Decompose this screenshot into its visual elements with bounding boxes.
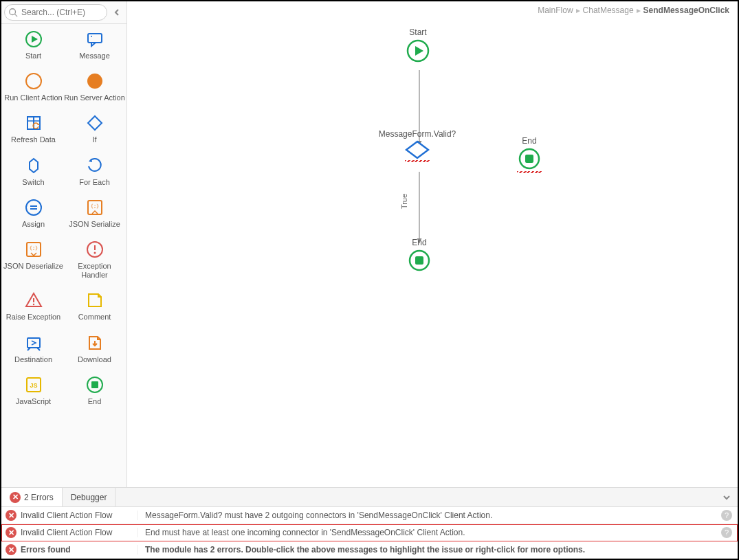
javascript-icon: JS <box>24 375 43 394</box>
error-title: Errors found <box>21 545 137 555</box>
comment-icon <box>85 291 104 310</box>
help-icon[interactable]: ? <box>721 510 732 521</box>
end-node-true[interactable]: End <box>408 238 431 272</box>
flow-canvas[interactable]: MainFlow ▸ ChatMessage ▸ SendMessageOnCl… <box>127 1 738 487</box>
download-icon <box>85 333 104 352</box>
collapse-sidebar-button[interactable] <box>110 5 124 19</box>
tool-assign[interactable]: Assign <box>3 198 64 229</box>
tool-download[interactable]: Download <box>64 333 125 364</box>
search-input[interactable] <box>4 4 107 21</box>
tool-palette: StartMessageRun Client ActionRun Server … <box>1 24 126 487</box>
if-icon <box>405 140 430 159</box>
error-icon: ✕ <box>5 544 16 555</box>
error-message: MessageForm.Valid? must have 2 outgoing … <box>137 511 716 520</box>
raise-exc-icon <box>24 291 43 310</box>
tab-errors[interactable]: ✕ 2 Errors <box>1 488 63 506</box>
start-icon <box>24 30 43 49</box>
svg-text:{;}: {;} <box>29 245 38 251</box>
switch-icon <box>24 156 43 175</box>
run-client-icon <box>24 71 43 91</box>
tool-label: Run Client Action <box>4 93 62 102</box>
json-deser-icon: {;} <box>24 240 43 259</box>
tool-label: Run Server Action <box>64 93 125 102</box>
start-node[interactable]: Start <box>406 27 430 63</box>
tab-label: Debugger <box>71 493 107 502</box>
search-row <box>1 1 126 24</box>
error-message: The module has 2 errors. Double-click th… <box>137 545 738 555</box>
svg-point-10 <box>26 200 41 215</box>
tool-label: Start <box>25 52 41 60</box>
svg-text:JS: JS <box>30 382 37 389</box>
svg-rect-26 <box>91 381 98 388</box>
node-label: Start <box>406 27 430 37</box>
tool-raise-exc[interactable]: Raise Exception <box>3 291 64 322</box>
tool-comment[interactable]: Comment <box>64 291 125 322</box>
error-row[interactable]: ✕Invalid Client Action FlowMessageForm.V… <box>1 507 738 524</box>
search-icon <box>8 8 18 17</box>
node-label: End <box>518 136 541 146</box>
tool-label: Comment <box>78 313 111 322</box>
toolbox-sidebar: StartMessageRun Client ActionRun Server … <box>1 1 127 487</box>
node-label: MessageForm.Valid? <box>376 129 459 139</box>
svg-rect-22 <box>27 338 40 348</box>
tool-label: Destination <box>14 355 52 364</box>
tool-run-client[interactable]: Run Client Action <box>3 71 64 102</box>
tool-end[interactable]: End <box>64 375 125 406</box>
assign-icon <box>24 198 43 217</box>
svg-rect-3 <box>88 34 102 43</box>
svg-rect-33 <box>525 155 533 163</box>
edge-label-true: True <box>400 194 408 209</box>
exc-handler-icon <box>85 240 104 259</box>
svg-rect-31 <box>415 256 423 265</box>
tool-label: For Each <box>79 178 110 187</box>
error-list: ✕Invalid Client Action FlowMessageForm.V… <box>1 506 738 559</box>
tool-message[interactable]: Message <box>64 30 125 60</box>
if-icon <box>85 113 104 133</box>
tool-start[interactable]: Start <box>3 30 64 60</box>
svg-point-5 <box>26 74 41 89</box>
tab-debugger[interactable]: Debugger <box>63 488 116 506</box>
destination-icon <box>24 333 43 352</box>
tool-label: JSON Serialize <box>69 220 120 229</box>
error-title: Invalid Client Action Flow <box>21 511 137 520</box>
if-node[interactable]: MessageForm.Valid? <box>376 129 459 159</box>
tool-javascript[interactable]: JSJavaScript <box>3 375 64 406</box>
error-row[interactable]: ✕Invalid Client Action FlowEnd must have… <box>1 524 738 541</box>
error-message: End must have at least one incoming conn… <box>137 528 716 537</box>
svg-text:{;}: {;} <box>90 203 99 209</box>
help-icon[interactable]: ? <box>721 527 732 538</box>
panel-collapse-button[interactable] <box>716 493 738 502</box>
tool-run-server[interactable]: Run Server Action <box>64 71 125 102</box>
error-icon: ✕ <box>5 527 16 538</box>
svg-point-19 <box>93 251 96 254</box>
tool-switch[interactable]: Switch <box>3 156 64 187</box>
svg-point-4 <box>91 36 92 37</box>
error-icon: ✕ <box>10 492 21 503</box>
end-node-side[interactable]: End <box>518 136 541 170</box>
svg-line-1 <box>15 14 18 17</box>
tool-label: Assign <box>22 220 45 229</box>
svg-point-21 <box>32 304 34 305</box>
svg-point-6 <box>87 74 102 89</box>
flow-diagram <box>127 1 738 487</box>
error-row[interactable]: ✕Errors foundThe module has 2 errors. Do… <box>1 541 738 559</box>
svg-rect-7 <box>27 117 34 129</box>
tool-label: If <box>92 135 96 144</box>
tool-json-ser[interactable]: {;}JSON Serialize <box>64 198 125 229</box>
error-title: Invalid Client Action Flow <box>21 528 137 537</box>
tool-for-each[interactable]: For Each <box>64 156 125 187</box>
message-icon <box>85 30 104 49</box>
tool-destination[interactable]: Destination <box>3 333 64 364</box>
bottom-tabs: ✕ 2 Errors Debugger <box>1 487 738 506</box>
tool-json-deser[interactable]: {;}JSON Deserialize <box>3 240 64 280</box>
tool-refresh-data[interactable]: Refresh Data <box>3 113 64 144</box>
for-each-icon <box>85 156 104 175</box>
end-icon <box>408 249 431 272</box>
tool-label: JSON Deserialize <box>3 262 63 271</box>
tool-label: Switch <box>22 178 44 187</box>
refresh-data-icon <box>24 113 43 133</box>
tool-exc-handler[interactable]: Exception Handler <box>64 240 125 280</box>
tool-label: End <box>88 397 102 406</box>
tool-label: Message <box>79 52 110 60</box>
tool-if[interactable]: If <box>64 113 125 144</box>
